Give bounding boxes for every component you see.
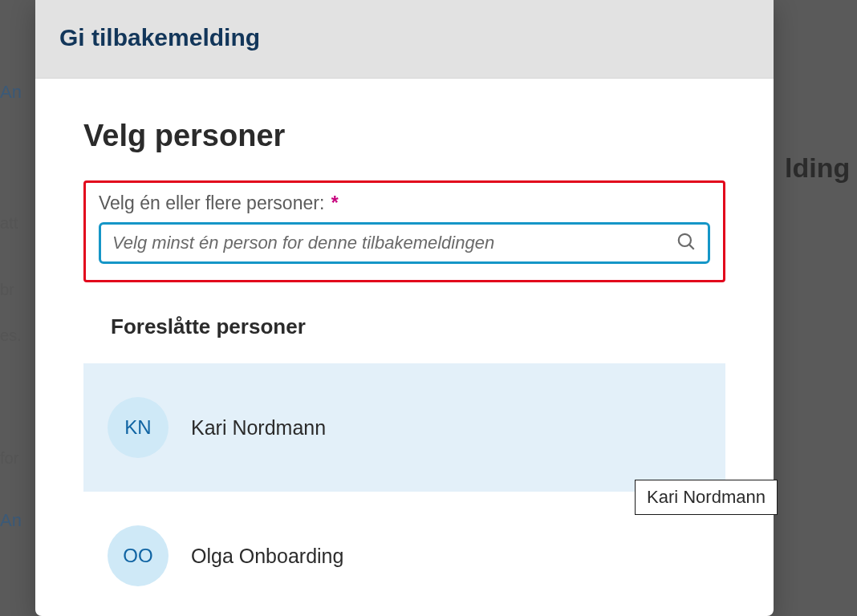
modal-header: Gi tilbakemelding [35,0,774,79]
person-name: Olga Onboarding [191,545,343,568]
avatar: KN [108,397,169,458]
svg-line-1 [689,245,694,249]
suggested-people-list: KN Kari Nordmann OO Olga Onboarding [83,363,725,616]
required-indicator: * [331,192,339,213]
person-search-input[interactable] [112,233,676,253]
feedback-modal: Gi tilbakemelding Velg personer Velg én … [35,0,774,616]
modal-body: Velg personer Velg én eller flere person… [35,79,774,616]
person-select-field-highlight: Velg én eller flere personer: * [83,180,725,282]
bg-fragment: es. [0,326,22,345]
person-name: Kari Nordmann [191,416,326,440]
person-row[interactable]: OO Olga Onboarding [83,492,725,616]
person-search-wrapper[interactable] [99,222,710,264]
bg-fragment: att [0,214,18,233]
bg-fragment: An [0,82,22,103]
avatar: OO [108,525,169,586]
person-select-label-text: Velg én eller flere personer: [99,192,324,213]
suggested-people-heading: Foreslåtte personer [111,314,725,339]
tooltip: Kari Nordmann [635,480,778,515]
section-title: Velg personer [83,119,725,153]
bg-fragment: br [0,281,14,299]
bg-fragment: An [0,510,22,531]
person-row[interactable]: KN Kari Nordmann [83,363,725,492]
search-icon[interactable] [676,231,697,255]
bg-title-fragment: lding [785,152,850,184]
bg-fragment: for [0,449,18,468]
svg-point-0 [679,234,691,246]
person-select-label: Velg én eller flere personer: * [99,192,710,214]
modal-title: Gi tilbakemelding [59,24,749,51]
